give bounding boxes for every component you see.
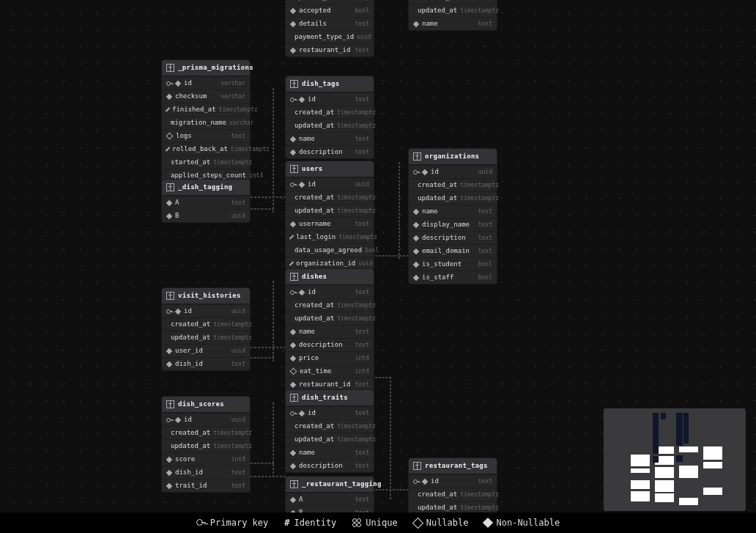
table-orders_tail[interactable]: updated_attimestamptzacceptedbooldetails… (286, 0, 374, 56)
table-row[interactable]: checksumvarchar (162, 89, 250, 103)
table-row[interactable]: updated_attimestamptz (409, 4, 497, 17)
table-row[interactable]: priceint4 (286, 351, 374, 364)
erd-canvas[interactable]: _prisma_migrationsidvarcharchecksumvarch… (0, 0, 756, 533)
primary-key-icon (196, 518, 206, 528)
table-row[interactable]: user_iduuid (162, 344, 250, 357)
column-name: description (299, 463, 352, 469)
table-row[interactable]: updated_attimestamptz (286, 312, 374, 325)
non-nullable-icon (289, 438, 292, 441)
table-row[interactable]: updated_attimestamptz (286, 433, 374, 446)
table-row[interactable]: iduuid (162, 304, 250, 317)
table-organizations[interactable]: organizationsiduuidcreated_attimestamptz… (409, 149, 497, 284)
table-restaurant_tags[interactable]: restaurant_tagsidtextcreated_attimestamp… (409, 458, 497, 514)
table-row[interactable]: idtext (286, 92, 374, 106)
table-row[interactable]: acceptedbool (286, 4, 374, 17)
table-row[interactable]: updated_attimestamptz (286, 119, 374, 132)
column-name: id (184, 416, 229, 423)
table-row[interactable]: detailstext (286, 17, 374, 30)
table-row[interactable]: is_studentbool (409, 257, 497, 271)
table-row[interactable]: is_staffbool (409, 271, 497, 284)
table-row[interactable]: organization_iduuid (286, 257, 374, 270)
table-row[interactable]: descriptiontext (409, 231, 497, 244)
table-header[interactable]: _dish_tagging (162, 180, 250, 196)
table-row[interactable]: finished_attimestamptz (162, 103, 250, 116)
table-header[interactable]: dish_scores (162, 397, 250, 413)
table-row[interactable]: updated_attimestamptz (286, 204, 374, 217)
table-header[interactable]: users (286, 161, 374, 177)
non-nullable-icon (422, 478, 428, 484)
table-row[interactable]: email_domaintext (409, 244, 497, 257)
table-row[interactable]: nametext (286, 325, 374, 338)
table-row[interactable]: restaurant_idtext (286, 43, 374, 56)
table-row[interactable]: rolled_back_attimestamptz (162, 142, 250, 155)
table-header[interactable]: dish_tags (286, 76, 374, 92)
table-row[interactable]: last_logintimestamptz (286, 230, 374, 243)
table-row[interactable]: nametext (286, 446, 374, 459)
table-dish_scores[interactable]: dish_scoresiduuidcreated_attimestamptzup… (162, 397, 250, 492)
table-row[interactable]: dish_idtext (162, 357, 250, 370)
column-name: B (175, 213, 229, 219)
table-row[interactable]: dish_idtext (162, 466, 250, 479)
table-row[interactable]: idtext (286, 285, 374, 298)
table-header[interactable]: dish_traits (286, 390, 374, 406)
table-row[interactable]: created_attimestamptz (286, 191, 374, 204)
table-row[interactable]: started_attimestamptz (162, 155, 250, 169)
legend-nonnullable-label: Non-Nullable (496, 518, 560, 528)
non-nullable-icon (166, 213, 172, 218)
table-row[interactable]: created_attimestamptz (286, 106, 374, 119)
table-row[interactable]: scoreint4 (162, 452, 250, 466)
table-users[interactable]: usersiduuidcreated_attimestamptzupdated_… (286, 161, 374, 270)
table-dish_tagging[interactable]: _dish_taggingAtextBuuid (162, 180, 250, 222)
table-row[interactable]: created_attimestamptz (409, 178, 497, 191)
table-row[interactable]: idvarchar (162, 76, 250, 89)
column-name: is_student (422, 261, 475, 268)
table-row[interactable]: restaurant_idtext (286, 378, 374, 391)
table-row[interactable]: descriptiontext (286, 338, 374, 351)
column-name: name (422, 21, 475, 27)
table-row[interactable]: descriptiontext (286, 145, 374, 158)
non-nullable-icon (422, 169, 428, 174)
table-row[interactable]: nametext (409, 205, 497, 218)
table-row[interactable]: Atext (286, 493, 374, 506)
table-row[interactable]: iduuid (162, 413, 250, 426)
table-dishes[interactable]: dishesidtextcreated_attimestamptzupdated… (286, 269, 374, 391)
table-row[interactable]: updated_attimestamptz (162, 439, 250, 452)
table-row[interactable]: created_attimestamptz (162, 317, 250, 331)
table-row[interactable]: created_attimestamptz (286, 419, 374, 433)
table-header[interactable]: _restaurant_tagging (286, 477, 374, 493)
table-row[interactable]: created_attimestamptz (162, 426, 250, 439)
table-row[interactable]: idtext (286, 406, 374, 419)
table-row[interactable]: updated_attimestamptz (162, 331, 250, 344)
table-row[interactable]: created_attimestamptz (409, 488, 497, 501)
table-visit_histories[interactable]: visit_historiesiduuidcreated_attimestamp… (162, 288, 250, 370)
table-row[interactable]: iduuid (286, 177, 374, 191)
table-row[interactable]: display_nametext (409, 218, 497, 231)
table-row[interactable]: trait_idtext (162, 479, 250, 492)
table-row[interactable]: migration_namevarchar (162, 116, 250, 129)
table-row[interactable]: data_usage_agreedbool (286, 243, 374, 257)
table-row[interactable]: nametext (286, 132, 374, 145)
table-row[interactable]: Atext (162, 196, 250, 209)
table-dish_traits[interactable]: dish_traitsidtextcreated_attimestamptzup… (286, 390, 374, 472)
table-row[interactable]: iduuid (409, 165, 497, 178)
table-top_tail[interactable]: created_attimestamptzupdated_attimestamp… (409, 0, 497, 30)
table-header[interactable]: _prisma_migrations (162, 60, 250, 76)
table-header[interactable]: organizations (409, 149, 497, 165)
minimap[interactable] (604, 408, 746, 511)
table-row[interactable]: payment_type_iduuid (286, 30, 374, 43)
table-row[interactable]: usernametext (286, 217, 374, 230)
table-row[interactable]: created_attimestamptz (286, 298, 374, 312)
column-type: timestamptz (460, 196, 499, 202)
table-row[interactable]: nametext (409, 17, 497, 30)
table-row[interactable]: descriptiontext (286, 459, 374, 472)
table-dish_tags[interactable]: dish_tagsidtextcreated_attimestamptzupda… (286, 76, 374, 158)
table-prisma[interactable]: _prisma_migrationsidvarcharchecksumvarch… (162, 60, 250, 182)
table-row[interactable]: eat_timeint4 (286, 364, 374, 378)
table-row[interactable]: idtext (409, 474, 497, 488)
table-header[interactable]: visit_histories (162, 288, 250, 304)
table-row[interactable]: logstext (162, 129, 250, 142)
table-row[interactable]: Buuid (162, 209, 250, 222)
table-row[interactable]: updated_attimestamptz (409, 191, 497, 205)
table-header[interactable]: dishes (286, 269, 374, 285)
table-header[interactable]: restaurant_tags (409, 458, 497, 474)
